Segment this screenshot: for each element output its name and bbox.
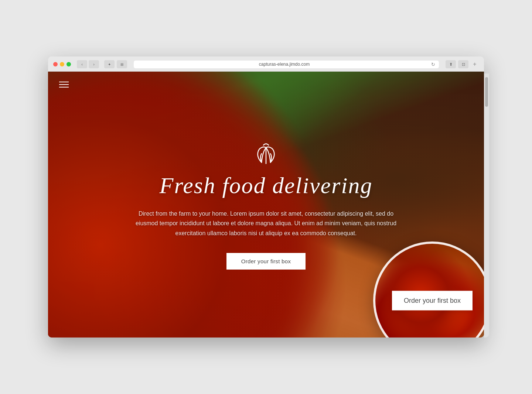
maximize-button[interactable] xyxy=(66,62,71,66)
url-text: capturas-elena.jimdo.com xyxy=(137,62,431,67)
back-button[interactable]: ‹ xyxy=(77,60,87,68)
zoom-cta-label[interactable]: Order your first box xyxy=(392,291,473,311)
forward-button[interactable]: › xyxy=(89,60,99,68)
minimize-button[interactable] xyxy=(60,62,64,66)
window-control-icon: ⊞ xyxy=(117,60,127,68)
address-bar[interactable]: capturas-elena.jimdo.com ↻ xyxy=(134,61,439,68)
refresh-button[interactable]: ↻ xyxy=(431,62,435,67)
browser-actions: ⬆ ⊡ + xyxy=(446,60,479,68)
traffic-lights xyxy=(53,62,71,66)
hamburger-line-1 xyxy=(59,82,69,82)
tab-bar: ✦ ⊞ xyxy=(104,60,127,68)
nav-buttons: ‹ › xyxy=(77,60,99,68)
close-button[interactable] xyxy=(53,62,58,66)
scrollbar[interactable] xyxy=(484,73,489,338)
logo-icon xyxy=(251,140,281,169)
share-button[interactable]: ⬆ xyxy=(446,60,456,68)
tab-icon: ✦ xyxy=(104,60,115,68)
hero-description: Direct from the farm to your home. Lorem… xyxy=(133,209,399,238)
scrollbar-thumb[interactable] xyxy=(485,77,488,107)
browser-chrome: ‹ › ✦ ⊞ capturas-elena.jimdo.com ↻ ⬆ ⊡ + xyxy=(48,56,484,72)
browser-window: ‹ › ✦ ⊞ capturas-elena.jimdo.com ↻ ⬆ ⊡ + xyxy=(48,56,484,338)
website-content: Fresh food delivering Direct from the fa… xyxy=(48,72,484,338)
hamburger-line-2 xyxy=(59,84,69,85)
cta-button[interactable]: Order your first box xyxy=(226,253,306,270)
new-tab-button[interactable]: + xyxy=(471,60,479,68)
hamburger-line-3 xyxy=(59,87,69,88)
hero-title: Fresh food delivering xyxy=(160,173,373,198)
fullscreen-button[interactable]: ⊡ xyxy=(458,60,468,68)
hamburger-menu-button[interactable] xyxy=(59,80,69,89)
